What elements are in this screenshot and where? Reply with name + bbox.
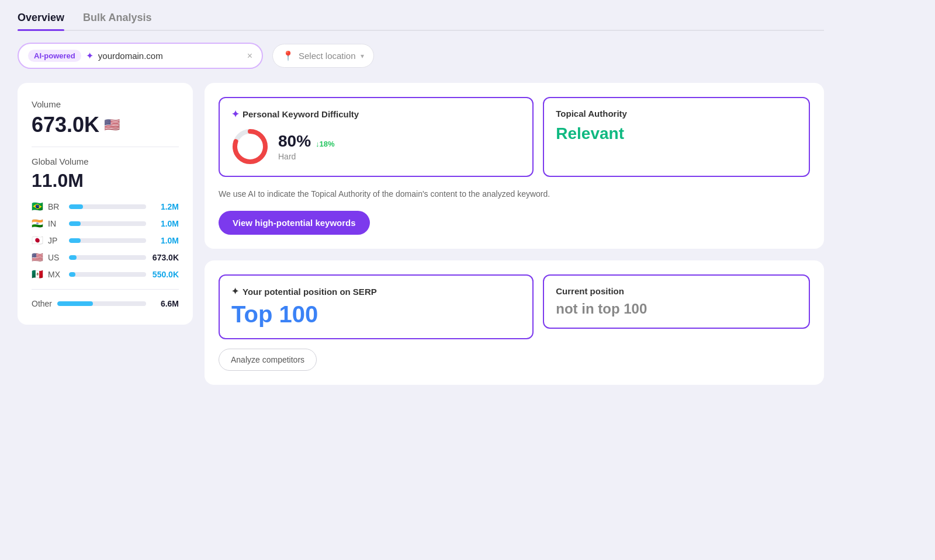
in-bar-container [69, 221, 146, 226]
br-flag: 🇧🇷 [32, 201, 43, 212]
country-row-jp: 🇯🇵 JP 1.0M [32, 235, 179, 246]
br-bar-container [69, 204, 146, 209]
volume-label: Volume [32, 99, 179, 109]
cp-title: Current position [556, 286, 797, 296]
current-position-box: Current position not in top 100 [543, 274, 810, 329]
topical-authority-box: Topical Authority Relevant [543, 97, 810, 177]
serp-spark-icon: ✦ [231, 286, 239, 297]
donut-chart [231, 128, 269, 165]
tabs-container: Overview Bulk Analysis [18, 12, 824, 31]
bottom-card-inner: ✦ Your potential position on SERP Top 10… [219, 274, 810, 371]
mx-value: 550.0K [151, 270, 179, 279]
jp-flag: 🇯🇵 [32, 235, 43, 246]
bottom-card: ✦ Your potential position on SERP Top 10… [205, 260, 824, 385]
other-row: Other 6.6M [32, 299, 179, 308]
main-content: Volume 673.0K 🇺🇸 Global Volume 11.0M 🇧🇷 … [18, 83, 824, 385]
tab-bulk-analysis[interactable]: Bulk Analysis [83, 12, 151, 30]
us-flag2: 🇺🇸 [32, 252, 43, 263]
br-bar [69, 204, 83, 209]
search-input[interactable] [98, 51, 243, 61]
pkd-change: ↓18% [316, 140, 335, 148]
donut-svg [231, 128, 269, 165]
other-bar-container [57, 301, 146, 306]
country-row-br: 🇧🇷 BR 1.2M [32, 201, 179, 212]
bottom-metrics: ✦ Your potential position on SERP Top 10… [219, 274, 810, 339]
mx-bar-container [69, 272, 146, 277]
jp-bar [69, 238, 81, 243]
volume-value: 673.0K 🇺🇸 [32, 113, 179, 137]
jp-value: 1.0M [151, 236, 179, 245]
divider [32, 147, 179, 147]
pkd-spark-icon: ✦ [231, 109, 239, 120]
other-value: 6.6M [151, 299, 179, 308]
right-panel: ✦ Personal Keyword Difficulty [205, 83, 824, 385]
location-icon: 📍 [282, 50, 294, 61]
search-row: AI-powered ✦ × 📍 Select location ▾ [18, 43, 824, 69]
pkd-stats: 80% ↓18% Hard [278, 132, 335, 161]
country-row-us: 🇺🇸 US 673.0K [32, 252, 179, 263]
in-value: 1.0M [151, 219, 179, 228]
other-bar [57, 301, 93, 306]
search-box: AI-powered ✦ × [18, 43, 263, 69]
in-code: IN [48, 219, 64, 228]
country-row-mx: 🇲🇽 MX 550.0K [32, 269, 179, 280]
ai-description: We use AI to indicate the Topical Author… [219, 187, 810, 200]
us-flag: 🇺🇸 [104, 117, 120, 133]
pkd-percent: 80% [278, 132, 311, 151]
tab-overview[interactable]: Overview [18, 12, 64, 30]
serp-position-box: ✦ Your potential position on SERP Top 10… [219, 274, 534, 339]
pkd-title: ✦ Personal Keyword Difficulty [231, 109, 521, 120]
global-volume-label: Global Volume [32, 156, 179, 166]
br-code: BR [48, 202, 64, 211]
in-bar [69, 221, 81, 226]
country-row-in: 🇮🇳 IN 1.0M [32, 218, 179, 229]
ta-value: Relevant [556, 124, 797, 143]
location-label: Select location [299, 51, 356, 61]
serp-title: ✦ Your potential position on SERP [231, 286, 521, 297]
pkd-difficulty: Hard [278, 152, 335, 161]
pkd-content: 80% ↓18% Hard [231, 128, 521, 165]
serp-value: Top 100 [231, 301, 521, 328]
left-panel: Volume 673.0K 🇺🇸 Global Volume 11.0M 🇧🇷 … [18, 83, 193, 325]
clear-icon[interactable]: × [247, 51, 252, 61]
us-bar-container [69, 255, 146, 260]
us-code: US [48, 253, 64, 262]
mx-bar [69, 272, 75, 277]
pkd-box: ✦ Personal Keyword Difficulty [219, 97, 534, 177]
top-card: ✦ Personal Keyword Difficulty [205, 83, 824, 249]
mx-flag: 🇲🇽 [32, 269, 43, 280]
divider2 [32, 289, 179, 290]
view-keywords-button[interactable]: View high-potential keywords [219, 211, 370, 235]
spark-icon: ✦ [86, 50, 94, 61]
jp-bar-container [69, 238, 146, 243]
us-bar [69, 255, 77, 260]
ai-badge: AI-powered [28, 50, 81, 62]
chevron-down-icon: ▾ [361, 52, 364, 60]
location-selector[interactable]: 📍 Select location ▾ [272, 44, 374, 68]
other-label: Other [32, 299, 53, 308]
global-volume-value: 11.0M [32, 170, 179, 192]
br-value: 1.2M [151, 202, 179, 211]
in-flag: 🇮🇳 [32, 218, 43, 229]
mx-code: MX [48, 270, 64, 279]
cp-value: not in top 100 [556, 301, 797, 317]
us-value: 673.0K [151, 253, 179, 262]
ta-title: Topical Authority [556, 109, 797, 119]
analyze-competitors-button[interactable]: Analyze competitors [219, 349, 317, 371]
top-metrics: ✦ Personal Keyword Difficulty [219, 97, 810, 177]
jp-code: JP [48, 236, 64, 245]
